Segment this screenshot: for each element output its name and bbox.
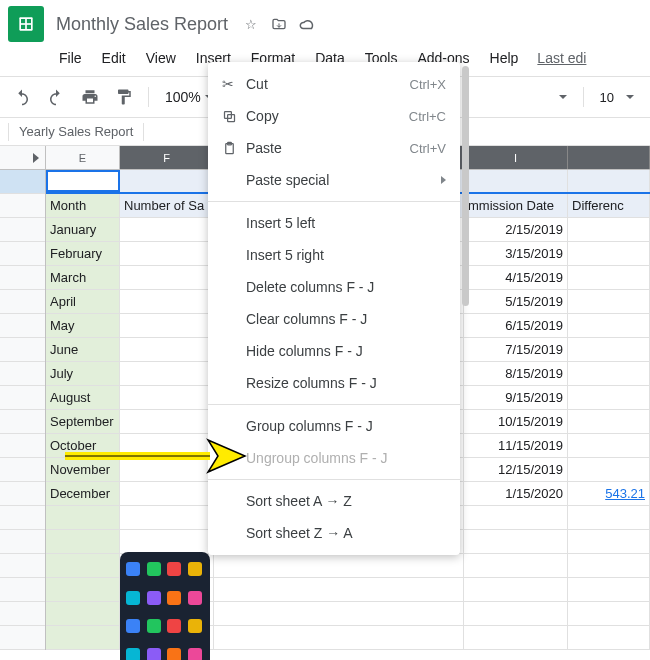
move-icon[interactable] xyxy=(270,15,288,33)
cell[interactable]: July xyxy=(46,362,120,385)
column-header-e[interactable]: E xyxy=(46,146,120,169)
svg-rect-4 xyxy=(27,25,31,29)
cell[interactable]: 8/15/2019 xyxy=(464,362,568,385)
ctx-sort-az[interactable]: Sort sheet A → Z xyxy=(208,485,460,517)
context-menu: ✂CutCtrl+X CopyCtrl+C PasteCtrl+V Paste … xyxy=(208,62,460,555)
column-header-f[interactable]: F xyxy=(120,146,214,169)
menu-view[interactable]: View xyxy=(137,46,185,70)
ctx-copy[interactable]: CopyCtrl+C xyxy=(208,100,460,132)
cell[interactable]: March xyxy=(46,266,120,289)
undo-button[interactable] xyxy=(8,83,36,111)
svg-rect-2 xyxy=(27,19,31,23)
menu-file[interactable]: File xyxy=(50,46,91,70)
cell[interactable]: 9/15/2019 xyxy=(464,386,568,409)
cell[interactable]: 5/15/2019 xyxy=(464,290,568,313)
cell[interactable]: May xyxy=(46,314,120,337)
paint-format-button[interactable] xyxy=(110,83,138,111)
ctx-insert-left[interactable]: Insert 5 left xyxy=(208,207,460,239)
ctx-paste-special[interactable]: Paste special xyxy=(208,164,460,196)
cell[interactable]: June xyxy=(46,338,120,361)
redo-button[interactable] xyxy=(42,83,70,111)
cell[interactable]: October xyxy=(46,434,120,457)
cell[interactable]: mmission Date xyxy=(464,194,568,217)
sheet-tab[interactable]: Yearly Sales Report xyxy=(9,120,143,143)
font-dropdown[interactable] xyxy=(559,95,567,99)
menu-edit[interactable]: Edit xyxy=(93,46,135,70)
cell[interactable]: 7/15/2019 xyxy=(464,338,568,361)
cell[interactable]: 1/15/2020 xyxy=(464,482,568,505)
ctx-insert-right[interactable]: Insert 5 right xyxy=(208,239,460,271)
document-title[interactable]: Monthly Sales Report xyxy=(52,12,232,37)
ctx-resize-columns[interactable]: Resize columns F - J xyxy=(208,367,460,399)
cell[interactable]: April xyxy=(46,290,120,313)
expand-groups-icon[interactable] xyxy=(0,146,46,169)
embedded-image xyxy=(120,552,210,660)
font-size-dropdown[interactable] xyxy=(626,95,634,99)
cell[interactable]: 6/15/2019 xyxy=(464,314,568,337)
ctx-clear-columns[interactable]: Clear columns F - J xyxy=(208,303,460,335)
cell[interactable]: 11/15/2019 xyxy=(464,434,568,457)
copy-icon xyxy=(222,109,246,124)
row-numbers xyxy=(0,170,46,650)
last-edit-link[interactable]: Last edi xyxy=(537,50,586,66)
cell[interactable]: 12/15/2019 xyxy=(464,458,568,481)
context-menu-scrollbar[interactable] xyxy=(462,66,469,306)
cell[interactable]: 3/15/2019 xyxy=(464,242,568,265)
cell[interactable]: November xyxy=(46,458,120,481)
cell[interactable]: December xyxy=(46,482,120,505)
cell[interactable]: September xyxy=(46,410,120,433)
star-icon[interactable]: ☆ xyxy=(242,15,260,33)
column-header-j[interactable] xyxy=(568,146,650,169)
ctx-cut[interactable]: ✂CutCtrl+X xyxy=(208,68,460,100)
cell[interactable]: Number of Sa xyxy=(120,194,214,217)
ctx-sort-za[interactable]: Sort sheet Z → A xyxy=(208,517,460,549)
cell-link[interactable]: 543.21 xyxy=(568,482,650,505)
cell[interactable]: Month xyxy=(46,194,120,217)
sheets-logo[interactable] xyxy=(8,6,44,42)
active-cell[interactable] xyxy=(46,170,120,192)
cell[interactable]: January xyxy=(46,218,120,241)
ctx-delete-columns[interactable]: Delete columns F - J xyxy=(208,271,460,303)
submenu-arrow-icon xyxy=(441,176,446,184)
cell[interactable]: 2/15/2019 xyxy=(464,218,568,241)
paste-icon xyxy=(222,141,246,156)
cloud-icon[interactable] xyxy=(298,15,316,33)
svg-rect-1 xyxy=(21,19,25,23)
cell[interactable]: 10/15/2019 xyxy=(464,410,568,433)
ctx-group-columns[interactable]: Group columns F - J xyxy=(208,410,460,442)
svg-rect-3 xyxy=(21,25,25,29)
column-header-i[interactable]: I xyxy=(464,146,568,169)
cell[interactable]: February xyxy=(46,242,120,265)
ctx-paste[interactable]: PasteCtrl+V xyxy=(208,132,460,164)
ctx-ungroup-columns: Ungroup columns F - J xyxy=(208,442,460,474)
font-size-value[interactable]: 10 xyxy=(600,90,614,105)
ctx-hide-columns[interactable]: Hide columns F - J xyxy=(208,335,460,367)
cell[interactable]: August xyxy=(46,386,120,409)
cell[interactable]: 4/15/2019 xyxy=(464,266,568,289)
print-button[interactable] xyxy=(76,83,104,111)
cut-icon: ✂ xyxy=(222,76,246,92)
cell[interactable]: Differenc xyxy=(568,194,650,217)
menu-help[interactable]: Help xyxy=(481,46,528,70)
